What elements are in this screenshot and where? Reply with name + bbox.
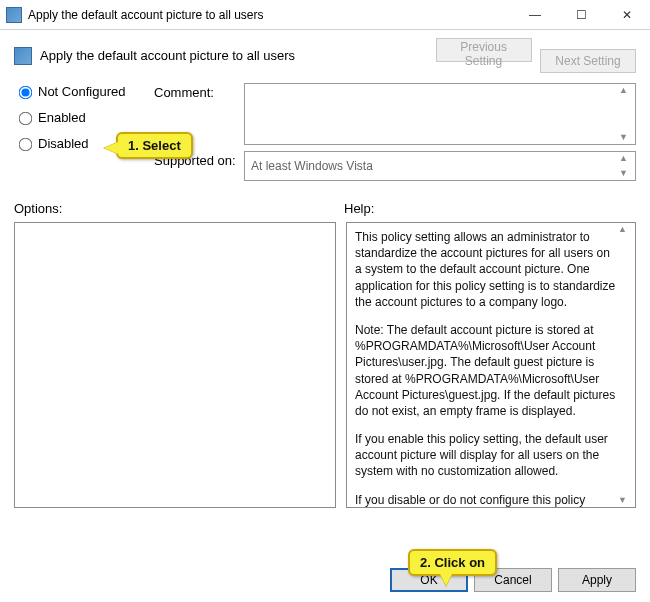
maximize-button[interactable]: ☐ (558, 0, 604, 29)
callout-tail-icon (104, 142, 118, 154)
titlebar: Apply the default account picture to all… (0, 0, 650, 30)
next-setting-button[interactable]: Next Setting (540, 49, 636, 73)
close-button[interactable]: ✕ (604, 0, 650, 29)
radio-enabled-label: Enabled (38, 110, 86, 125)
annotation-select-label: 1. Select (128, 138, 181, 153)
comment-field[interactable]: ▲▼ (244, 83, 636, 145)
help-text: Note: The default account picture is sto… (355, 322, 617, 419)
policy-icon (6, 7, 22, 23)
radio-enabled-input[interactable] (19, 112, 33, 126)
help-text: If you disable or do not configure this … (355, 492, 617, 508)
radio-not-configured-input[interactable] (19, 86, 33, 100)
previous-setting-button[interactable]: Previous Setting (436, 38, 532, 62)
help-text: If you enable this policy setting, the d… (355, 431, 617, 480)
help-text: This policy setting allows an administra… (355, 229, 617, 310)
annotation-click-on: 2. Click on (408, 549, 497, 576)
annotation-click-label: 2. Click on (420, 555, 485, 570)
window-title: Apply the default account picture to all… (28, 8, 512, 22)
scroll-arrows-icon[interactable]: ▲▼ (618, 225, 632, 505)
policy-icon (14, 47, 32, 65)
radio-disabled-input[interactable] (19, 138, 33, 152)
supported-on-field: At least Windows Vista ▲▼ (244, 151, 636, 181)
policy-title: Apply the default account picture to all… (40, 48, 295, 63)
help-panel: This policy setting allows an administra… (346, 222, 636, 508)
help-label: Help: (344, 201, 636, 216)
supported-on-value: At least Windows Vista (251, 159, 373, 173)
radio-not-configured[interactable]: Not Configured (14, 83, 154, 99)
radio-disabled-label: Disabled (38, 136, 89, 151)
apply-button[interactable]: Apply (558, 568, 636, 592)
annotation-select: 1. Select (116, 132, 193, 159)
radio-not-configured-label: Not Configured (38, 84, 125, 99)
scroll-arrows-icon[interactable]: ▲▼ (619, 86, 633, 142)
radio-enabled[interactable]: Enabled (14, 109, 154, 125)
callout-tail-icon (440, 574, 452, 586)
options-label: Options: (14, 201, 344, 216)
options-panel (14, 222, 336, 508)
scroll-arrows-icon[interactable]: ▲▼ (619, 154, 633, 178)
minimize-button[interactable]: — (512, 0, 558, 29)
